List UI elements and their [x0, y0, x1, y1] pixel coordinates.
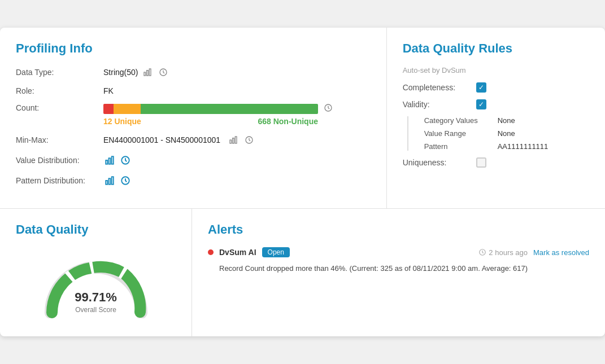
svg-rect-9: [106, 160, 107, 164]
category-values-label: Category Values: [424, 116, 498, 125]
completeness-row: Completeness: ✓: [403, 82, 589, 93]
auto-set-label: Auto-set by DvSum: [403, 66, 589, 74]
dq-rules-title: Data Quality Rules: [403, 41, 589, 56]
profiling-panel: Profiling Info Data Type: String(50): [0, 28, 387, 208]
pattern-value: AA1111111111: [498, 142, 549, 151]
gauge-container: 99.71% Overall Score: [40, 256, 153, 318]
unique-count: 12 Unique: [103, 117, 141, 126]
count-label: Count:: [16, 103, 103, 112]
dq-rules-panel: Data Quality Rules Auto-set by DvSum Com…: [387, 28, 605, 208]
role-label: Role:: [16, 86, 103, 95]
gauge-label: Overall Score: [75, 306, 117, 314]
data-type-chart-icon[interactable]: [141, 66, 154, 78]
gauge-text: 99.71% Overall Score: [75, 290, 117, 314]
data-type-history-icon[interactable]: [157, 66, 169, 78]
alert-time: 2 hours ago: [478, 248, 528, 257]
data-type-row: Data Type: String(50): [16, 66, 371, 78]
svg-rect-14: [109, 178, 111, 185]
nonunique-count: 668 Non-Unique: [258, 117, 318, 126]
validity-row: Validity: ✓: [403, 99, 589, 109]
validity-checkbox[interactable]: ✓: [476, 99, 486, 109]
value-dist-history-icon[interactable]: [119, 154, 132, 166]
completeness-label: Completeness:: [403, 83, 476, 92]
uniqueness-row: Uniqueness:: [403, 157, 589, 168]
role-value: FK: [103, 86, 114, 95]
value-dist-row: Value Distribution:: [16, 154, 371, 166]
minmax-history-icon[interactable]: [243, 134, 255, 146]
minmax-chart-icon[interactable]: [227, 134, 240, 146]
pattern-dist-history-icon[interactable]: [119, 174, 132, 187]
minmax-label: Min-Max:: [16, 135, 103, 144]
svg-rect-6: [233, 138, 234, 143]
minmax-value: EN4400001001 - SN4500001001: [103, 135, 220, 144]
alert-source: DvSum AI: [219, 248, 256, 257]
svg-rect-2: [150, 69, 151, 76]
svg-rect-15: [112, 177, 114, 185]
category-values-value: None: [498, 116, 515, 125]
alerts-panel: Alerts DvSum AI Open 2 hours ago Mark as…: [192, 209, 605, 336]
bar-red: [103, 104, 114, 114]
count-bar-container: 12 Unique 668 Non-Unique: [103, 103, 333, 126]
pattern-dist-label: Pattern Distribution:: [16, 176, 103, 185]
data-quality-title: Data Quality: [16, 222, 88, 237]
data-type-label: Data Type:: [16, 68, 103, 77]
uniqueness-label: Uniqueness:: [403, 158, 476, 167]
count-row: Count:: [16, 103, 371, 126]
category-values-row: Category Values None: [414, 116, 589, 125]
svg-rect-1: [147, 71, 149, 76]
alerts-title: Alerts: [208, 222, 589, 237]
alert-row: DvSum AI Open 2 hours ago Mark as resolv…: [208, 247, 589, 257]
count-bar: [103, 104, 318, 114]
svg-rect-5: [230, 140, 232, 143]
count-history-icon[interactable]: [324, 103, 333, 115]
profiling-title: Profiling Info: [16, 41, 371, 56]
pattern-row: Pattern AA1111111111: [414, 142, 589, 151]
alert-badge: Open: [262, 247, 290, 257]
clock-icon: [478, 248, 486, 256]
svg-rect-13: [106, 181, 107, 185]
completeness-checkbox[interactable]: ✓: [476, 82, 486, 93]
gauge-percent: 99.71%: [75, 290, 117, 305]
data-quality-panel: Data Quality: [0, 209, 192, 336]
data-type-value: String(50): [103, 68, 138, 77]
svg-rect-10: [109, 158, 111, 164]
minmax-row: Min-Max: EN4400001001 - SN4500001001: [16, 134, 371, 146]
pattern-label: Pattern: [424, 142, 498, 151]
alert-dot: [208, 249, 214, 255]
value-dist-label: Value Distribution:: [16, 156, 103, 165]
bar-yellow: [114, 104, 141, 114]
alert-time-text: 2 hours ago: [489, 248, 528, 257]
top-row: Profiling Info Data Type: String(50): [0, 28, 605, 209]
uniqueness-checkbox[interactable]: [476, 157, 486, 168]
bottom-row: Data Quality: [0, 209, 605, 336]
value-range-value: None: [498, 129, 515, 138]
value-range-label: Value Range: [424, 129, 498, 138]
validity-label: Validity:: [403, 100, 476, 109]
svg-rect-7: [235, 137, 237, 143]
role-row: Role: FK: [16, 86, 371, 95]
mark-as-resolved-button[interactable]: Mark as resolved: [533, 248, 589, 257]
pattern-dist-chart-icon[interactable]: [103, 174, 116, 187]
value-dist-chart-icon[interactable]: [103, 154, 116, 166]
alert-message: Record Count dropped more than 46%. (Cur…: [208, 263, 589, 274]
svg-rect-0: [144, 72, 146, 76]
value-range-row: Value Range None: [414, 129, 589, 138]
bar-green: [141, 104, 318, 114]
svg-rect-11: [112, 156, 114, 164]
main-card: Profiling Info Data Type: String(50): [0, 28, 605, 336]
validity-sub-rules: Category Values None Value Range None Pa…: [407, 116, 589, 151]
count-labels: 12 Unique 668 Non-Unique: [103, 117, 318, 126]
pattern-dist-row: Pattern Distribution:: [16, 174, 371, 187]
